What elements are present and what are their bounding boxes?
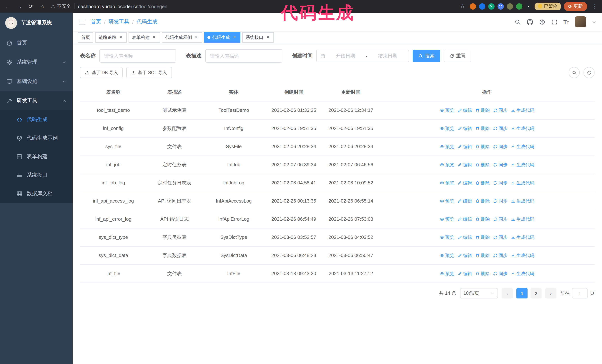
view-tag[interactable]: 系统接口 ×: [242, 32, 274, 42]
edit-link[interactable]: 编辑: [458, 161, 472, 169]
preview-link[interactable]: 预览: [440, 251, 454, 260]
browser-reload-icon[interactable]: ⟳: [27, 2, 35, 10]
generate-code-link[interactable]: 生成代码: [511, 215, 534, 223]
generate-code-link[interactable]: 生成代码: [511, 143, 534, 151]
delete-link[interactable]: 删除: [475, 161, 490, 169]
sync-link[interactable]: 同步: [493, 106, 507, 114]
search-icon[interactable]: [514, 19, 521, 25]
preview-link[interactable]: 预览: [440, 143, 454, 151]
sync-link[interactable]: 同步: [493, 179, 507, 187]
delete-link[interactable]: 删除: [475, 197, 490, 205]
sidebar-subitem-api[interactable]: 系统接口: [0, 166, 73, 184]
paused-badge[interactable]: 已暂停: [534, 2, 561, 10]
font-size-icon[interactable]: TT: [563, 19, 569, 25]
help-icon[interactable]: [539, 19, 545, 25]
sync-link[interactable]: 同步: [493, 125, 507, 133]
preview-link[interactable]: 预览: [440, 233, 454, 241]
breadcrumb-home[interactable]: 首页: [91, 19, 101, 25]
delete-link[interactable]: 删除: [475, 215, 490, 223]
preview-link[interactable]: 预览: [440, 106, 454, 114]
page-button-1[interactable]: 1: [516, 288, 527, 299]
sidebar-subitem-database-doc[interactable]: 数据库文档: [0, 184, 73, 203]
user-avatar[interactable]: [575, 16, 586, 27]
delete-link[interactable]: 删除: [475, 233, 490, 241]
table-name-input[interactable]: [99, 49, 176, 62]
delete-link[interactable]: 删除: [475, 179, 490, 187]
sync-link[interactable]: 同步: [493, 143, 507, 151]
view-tag[interactable]: 表单构建 ×: [129, 32, 160, 42]
page-button-2[interactable]: 2: [530, 288, 542, 299]
extension-icon-3[interactable]: [488, 3, 494, 10]
kebab-menu-icon[interactable]: ⋮: [590, 2, 598, 10]
import-sql-button[interactable]: 基于 SQL 导入: [127, 67, 172, 78]
sync-link[interactable]: 同步: [493, 161, 507, 169]
goto-page-input[interactable]: [572, 288, 588, 299]
next-page-button[interactable]: ›: [545, 288, 556, 299]
sidebar-subitem-code[interactable]: 代码生成: [0, 110, 73, 129]
close-icon[interactable]: ×: [151, 35, 157, 40]
address-url[interactable]: dashboard.yudao.iocoder.cn/tool/codegen: [78, 3, 167, 9]
browser-forward-icon[interactable]: →: [15, 2, 23, 10]
fullscreen-icon[interactable]: [551, 19, 557, 25]
security-indicator[interactable]: ⚠ 不安全: [51, 3, 71, 10]
extension-icon-4[interactable]: [497, 3, 504, 10]
bookmark-star-icon[interactable]: ☆: [458, 2, 467, 10]
extension-icon-5[interactable]: [507, 3, 513, 10]
close-icon[interactable]: ×: [265, 35, 270, 40]
generate-code-link[interactable]: 生成代码: [511, 233, 534, 241]
refresh-list-button[interactable]: [583, 67, 595, 78]
sidebar-subitem-shield-check[interactable]: 代码生成示例: [0, 129, 73, 147]
sidebar-item-system[interactable]: 系统管理: [0, 52, 73, 72]
generate-code-link[interactable]: 生成代码: [511, 251, 534, 260]
delete-link[interactable]: 删除: [475, 125, 490, 133]
delete-link[interactable]: 删除: [475, 251, 490, 260]
edit-link[interactable]: 编辑: [458, 179, 472, 187]
preview-link[interactable]: 预览: [440, 179, 454, 187]
preview-link[interactable]: 预览: [440, 161, 454, 169]
extension-icon-1[interactable]: [470, 3, 476, 10]
delete-link[interactable]: 删除: [475, 106, 490, 114]
close-icon[interactable]: ×: [232, 35, 237, 40]
close-icon[interactable]: ×: [194, 35, 199, 40]
generate-code-link[interactable]: 生成代码: [511, 106, 534, 114]
table-desc-input[interactable]: [205, 49, 282, 62]
extension-icon-2[interactable]: [479, 3, 485, 10]
view-tag[interactable]: 代码生成 ×: [204, 32, 240, 42]
delete-link[interactable]: 删除: [475, 270, 490, 278]
import-db-button[interactable]: 基于 DB 导入: [80, 67, 123, 78]
extension-icon-7[interactable]: [525, 3, 531, 10]
delete-link[interactable]: 删除: [475, 143, 490, 151]
hamburger-icon[interactable]: [78, 18, 86, 25]
view-tag[interactable]: 链路追踪 ×: [95, 32, 127, 42]
view-tag[interactable]: 首页 ×: [78, 32, 93, 42]
prev-page-button[interactable]: ‹: [502, 288, 513, 299]
sync-link[interactable]: 同步: [493, 233, 507, 241]
browser-home-icon[interactable]: ⌂: [38, 2, 46, 10]
create-time-range-picker[interactable]: 开始日期 - 结束日期: [316, 50, 409, 62]
sidebar-item-devtools[interactable]: 研发工具: [0, 91, 73, 110]
edit-link[interactable]: 编辑: [458, 233, 472, 241]
close-icon[interactable]: ×: [118, 35, 123, 40]
github-icon[interactable]: [527, 19, 533, 25]
edit-link[interactable]: 编辑: [458, 270, 472, 278]
search-button[interactable]: 搜索: [413, 50, 440, 62]
edit-link[interactable]: 编辑: [458, 143, 472, 151]
sync-link[interactable]: 同步: [493, 197, 507, 205]
sidebar-subitem-form-builder[interactable]: 表单构建: [0, 147, 73, 166]
breadcrumb-devtools[interactable]: 研发工具: [108, 19, 129, 25]
browser-back-icon[interactable]: ←: [4, 2, 12, 10]
preview-link[interactable]: 预览: [440, 197, 454, 205]
sync-link[interactable]: 同步: [493, 251, 507, 260]
logo[interactable]: 芋道管理系统: [0, 13, 73, 33]
avatar-caret-icon[interactable]: [592, 20, 596, 24]
sync-link[interactable]: 同步: [493, 215, 507, 223]
generate-code-link[interactable]: 生成代码: [511, 179, 534, 187]
edit-link[interactable]: 编辑: [458, 215, 472, 223]
generate-code-link[interactable]: 生成代码: [511, 270, 534, 278]
update-button[interactable]: ⟳更新: [564, 2, 587, 11]
sidebar-item-home[interactable]: 首页: [0, 33, 73, 52]
edit-link[interactable]: 编辑: [458, 125, 472, 133]
toggle-search-button[interactable]: [569, 67, 580, 78]
preview-link[interactable]: 预览: [440, 270, 454, 278]
sync-link[interactable]: 同步: [493, 270, 507, 278]
